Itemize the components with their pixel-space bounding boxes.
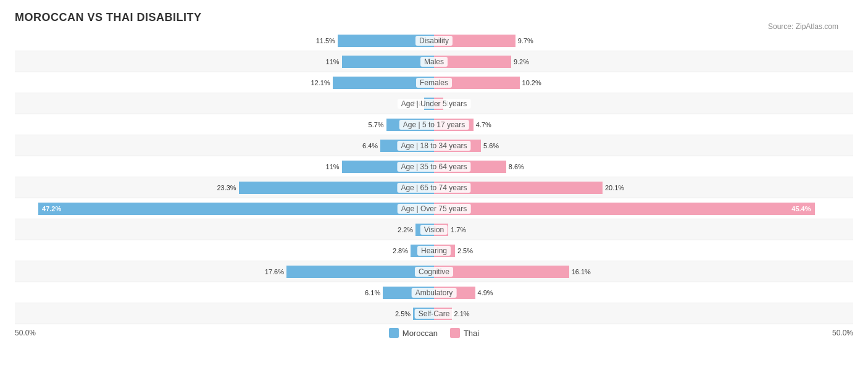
moroccan-value: 47.2% [42, 205, 61, 212]
bar-row: 6.4% Age | 18 to 34 years 5.6% [15, 135, 853, 156]
bar-label: Age | 18 to 34 years [397, 141, 470, 151]
thai-bar [434, 266, 569, 278]
thai-legend-label: Thai [464, 329, 479, 338]
bar-container: 6.4% Age | 18 to 34 years 5.6% [15, 135, 853, 156]
thai-value: 45.4% [791, 205, 811, 212]
bar-label: Ambulatory [412, 288, 457, 298]
bar-label: Age | Under 5 years [398, 99, 471, 109]
moroccan-value: 11% [326, 58, 342, 65]
bar-container: 11% Age | 35 to 64 years 8.6% [15, 156, 853, 177]
bar-container: 11.5% Disability 9.7% [15, 30, 853, 51]
bar-container: 2.5% Self-Care 2.1% [15, 303, 853, 324]
chart-footer: 50.0% Moroccan Thai 50.0% [15, 328, 853, 338]
legend-thai: Thai [450, 328, 479, 338]
bar-row: 23.3% Age | 65 to 74 years 20.1% [15, 177, 853, 198]
bar-row: 1.2% Age | Under 5 years 1.1% [15, 93, 853, 114]
bar-label: Age | 5 to 17 years [399, 120, 469, 130]
bar-label: Self-Care [415, 309, 454, 319]
moroccan-value: 17.6% [265, 268, 286, 275]
bar-container: 47.2% Age | Over 75 years 45.4% [15, 198, 853, 219]
thai-value: 10.2% [520, 79, 541, 86]
bar-row: 47.2% Age | Over 75 years 45.4% [15, 198, 853, 219]
bar-row: 2.5% Self-Care 2.1% [15, 303, 853, 324]
bar-row: 5.7% Age | 5 to 17 years 4.7% [15, 114, 853, 135]
bar-row: 2.2% Vision 1.7% [15, 219, 853, 240]
footer-left-label: 50.0% [15, 329, 36, 337]
bar-row: 11% Age | 35 to 64 years 8.6% [15, 156, 853, 177]
bar-row: 6.1% Ambulatory 4.9% [15, 282, 853, 303]
bar-container: 6.1% Ambulatory 4.9% [15, 282, 853, 303]
thai-value: 16.1% [569, 268, 591, 275]
moroccan-bar [286, 266, 434, 278]
chart-title: MOROCCAN VS THAI DISABILITY [15, 11, 853, 24]
bar-label: Age | 65 to 74 years [397, 183, 470, 193]
legend-moroccan: Moroccan [389, 328, 438, 338]
bar-label: Hearing [417, 246, 451, 256]
bar-container: 5.7% Age | 5 to 17 years 4.7% [15, 114, 853, 135]
bar-row: 11% Males 9.2% [15, 51, 853, 72]
moroccan-value: 6.1% [365, 289, 383, 296]
moroccan-value: 23.3% [217, 184, 238, 191]
legend: Moroccan Thai [389, 328, 479, 338]
thai-value: 8.6% [506, 163, 524, 170]
moroccan-color-box [389, 328, 399, 338]
thai-value: 5.6% [481, 142, 499, 149]
footer-right-label: 50.0% [832, 329, 853, 337]
thai-value: 2.1% [452, 310, 470, 317]
bar-container: 17.6% Cognitive 16.1% [15, 261, 853, 282]
thai-value: 2.5% [455, 247, 473, 254]
thai-value: 4.9% [475, 289, 493, 296]
bar-row: 17.6% Cognitive 16.1% [15, 261, 853, 282]
thai-bar: 45.4% [434, 203, 815, 215]
moroccan-legend-label: Moroccan [403, 329, 438, 338]
bar-label: Females [416, 78, 452, 88]
bar-label: Disability [415, 36, 453, 46]
moroccan-value: 5.7% [369, 121, 386, 128]
bar-label: Age | Over 75 years [398, 204, 471, 214]
moroccan-value: 12.1% [311, 79, 332, 86]
thai-value: 4.7% [474, 121, 491, 128]
bar-label: Age | 35 to 64 years [397, 162, 470, 172]
bar-label: Males [420, 57, 448, 67]
thai-color-box [450, 328, 460, 338]
bar-container: 2.2% Vision 1.7% [15, 219, 853, 240]
moroccan-value: 11.5% [316, 37, 338, 44]
bar-label: Vision [420, 225, 448, 235]
chart-area: 11.5% Disability 9.7% 11% Males 9.2% 12.… [15, 30, 853, 324]
moroccan-value: 6.4% [362, 142, 380, 149]
bar-container: 12.1% Females 10.2% [15, 72, 853, 93]
source-label: Source: ZipAtlas.com [768, 22, 838, 31]
bar-row: 11.5% Disability 9.7% [15, 30, 853, 51]
bar-container: 23.3% Age | 65 to 74 years 20.1% [15, 177, 853, 198]
bar-label: Cognitive [415, 267, 453, 277]
thai-value: 20.1% [603, 184, 624, 191]
thai-value: 9.2% [511, 58, 529, 65]
thai-value: 9.7% [515, 37, 533, 44]
bar-container: 2.8% Hearing 2.5% [15, 240, 853, 261]
bar-container: 11% Males 9.2% [15, 51, 853, 72]
moroccan-value: 2.8% [393, 247, 411, 254]
moroccan-value: 2.2% [398, 226, 415, 233]
moroccan-value: 2.5% [395, 310, 413, 317]
moroccan-bar: 47.2% [38, 203, 434, 215]
bar-container: 1.2% Age | Under 5 years 1.1% [15, 93, 853, 114]
thai-value: 1.7% [448, 226, 466, 233]
bar-row: 12.1% Females 10.2% [15, 72, 853, 93]
bar-row: 2.8% Hearing 2.5% [15, 240, 853, 261]
moroccan-value: 11% [326, 163, 342, 170]
